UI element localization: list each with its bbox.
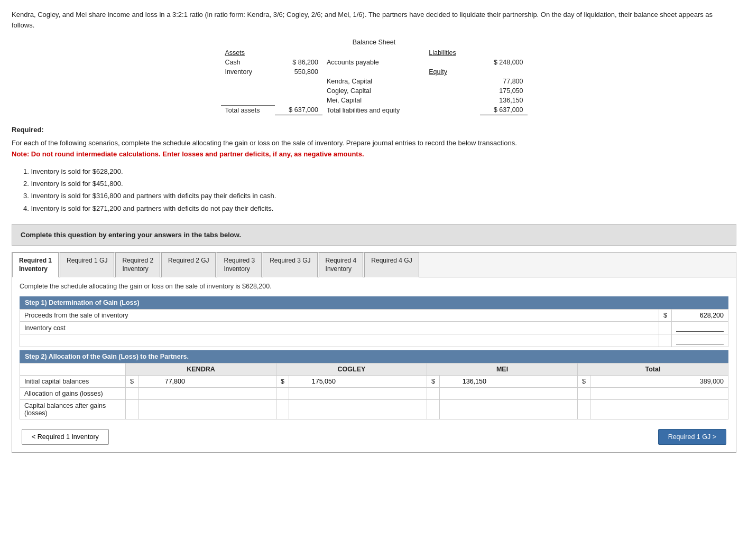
mei-dollar-sign: $ bbox=[427, 376, 440, 388]
mei-after-input[interactable] bbox=[444, 406, 486, 413]
equity-label: Equity bbox=[424, 67, 469, 77]
cogley-alloc-cell[interactable] bbox=[289, 388, 427, 400]
next-button[interactable]: Required 1 GJ > bbox=[658, 429, 726, 445]
scenario-3: 3. Inventory is sold for $316,800 and pa… bbox=[23, 190, 736, 202]
cogley-alloc-input[interactable] bbox=[293, 390, 336, 397]
total-liabilities-value: $ 637,000 bbox=[480, 105, 528, 116]
total-initial-value: 389,000 bbox=[700, 378, 724, 385]
cogley-capital-label: Cogley, Capital bbox=[322, 86, 424, 96]
proceeds-input[interactable] bbox=[676, 312, 724, 319]
assets-label: Assets bbox=[221, 48, 275, 58]
tab-req4-gj[interactable]: Required 4 GJ bbox=[364, 253, 419, 277]
mei-capital-value: 136,150 bbox=[480, 96, 528, 105]
total-after-cell[interactable] bbox=[590, 400, 728, 419]
mei-initial-input[interactable] bbox=[444, 378, 486, 385]
kendra-alloc-input[interactable] bbox=[143, 390, 185, 397]
total-col-header: Total bbox=[578, 363, 728, 376]
back-button[interactable]: < Required 1 Inventory bbox=[22, 429, 109, 445]
inventory-cost-dollar bbox=[659, 322, 672, 334]
intro-text: Kendra, Cogley, and Mei share income and… bbox=[12, 10, 736, 30]
liabilities-label: Liabilities bbox=[424, 48, 469, 58]
kendra-alloc-dollar bbox=[126, 388, 138, 400]
mei-after-dollar bbox=[427, 400, 440, 419]
kendra-after-cell[interactable] bbox=[138, 400, 276, 419]
step2-col-headers: KENDRA COGLEY MEI Total bbox=[20, 363, 728, 376]
mei-capital-label: Mei, Capital bbox=[322, 96, 424, 105]
mei-after-cell[interactable] bbox=[439, 400, 577, 419]
cogley-after-cell[interactable] bbox=[289, 400, 427, 419]
cogley-initial-cell[interactable] bbox=[289, 376, 427, 388]
gain-loss-cell[interactable] bbox=[672, 334, 728, 347]
table-row: Inventory cost bbox=[20, 322, 728, 334]
tab-req1-inventory[interactable]: Required 1Inventory bbox=[12, 253, 59, 277]
kendra-capital-label: Kendra, Capital bbox=[322, 77, 424, 86]
kendra-capital-value: 77,800 bbox=[480, 77, 528, 86]
total-alloc-input[interactable] bbox=[595, 390, 637, 397]
bs-title: Balance Sheet bbox=[221, 38, 528, 48]
cogley-after-input[interactable] bbox=[293, 406, 336, 413]
capital-after-label: Capital balances after gains (losses) bbox=[20, 400, 126, 419]
scenario-2: 2. Inventory is sold for $451,800. bbox=[23, 178, 736, 190]
inventory-cost-input[interactable] bbox=[676, 324, 724, 332]
kendra-initial-input[interactable] bbox=[143, 378, 185, 385]
tab-req1-gj[interactable]: Required 1 GJ bbox=[60, 253, 114, 277]
mei-initial-cell[interactable] bbox=[439, 376, 577, 388]
cogley-dollar-sign: $ bbox=[276, 376, 289, 388]
table-row: Capital balances after gains (losses) bbox=[20, 400, 728, 419]
instructions: For each of the following scenarios, com… bbox=[12, 138, 736, 160]
tab-req3-inventory[interactable]: Required 3Inventory bbox=[217, 253, 262, 277]
cogley-alloc-dollar bbox=[276, 388, 289, 400]
proceeds-dollar: $ bbox=[659, 310, 672, 322]
table-row: Initial capital balances $ $ $ $ bbox=[20, 376, 728, 388]
gain-loss-dollar bbox=[659, 334, 672, 347]
mei-col-header: MEI bbox=[427, 363, 578, 376]
inventory-value: 550,800 bbox=[275, 67, 322, 77]
tab-req3-gj[interactable]: Required 3 GJ bbox=[263, 253, 317, 277]
table-row: Allocation of gains (losses) bbox=[20, 388, 728, 400]
mei-alloc-dollar bbox=[427, 388, 440, 400]
step2-header: Step 2) Allocation of the Gain (Loss) to… bbox=[20, 350, 728, 363]
tab-req4-inventory[interactable]: Required 4Inventory bbox=[319, 253, 364, 277]
kendra-dollar-sign: $ bbox=[126, 376, 138, 388]
total-liabilities-label: Total liabilities and equity bbox=[322, 105, 424, 116]
step1-table: Proceeds from the sale of inventory $ In… bbox=[20, 309, 728, 347]
tabs-container: Required 1Inventory Required 1 GJ Requir… bbox=[12, 252, 736, 453]
cash-label: Cash bbox=[221, 58, 275, 67]
accounts-payable-value: $ 248,000 bbox=[480, 58, 528, 67]
inventory-cost-cell[interactable] bbox=[672, 322, 728, 334]
complete-box: Complete this question by entering your … bbox=[12, 224, 736, 246]
scenarios: 1. Inventory is sold for $628,200. 2. In… bbox=[23, 165, 736, 215]
balance-sheet-wrapper: Balance Sheet Assets Liabilities Cash $ … bbox=[12, 38, 736, 116]
tab-content: Complete the schedule allocating the gai… bbox=[12, 277, 736, 452]
tabs-row: Required 1Inventory Required 1 GJ Requir… bbox=[12, 253, 736, 277]
cogley-after-dollar bbox=[276, 400, 289, 419]
step2-table: KENDRA COGLEY MEI Total Initial capital … bbox=[20, 363, 728, 419]
inventory-label: Inventory bbox=[221, 67, 275, 77]
required-label: Required: bbox=[12, 126, 736, 134]
cash-value: $ 86,200 bbox=[275, 58, 322, 67]
note-red: Note: Do not round intermediate calculat… bbox=[12, 150, 364, 158]
cogley-capital-value: 175,050 bbox=[480, 86, 528, 96]
total-assets-label: Total assets bbox=[221, 105, 275, 116]
total-after-dollar bbox=[578, 400, 590, 419]
table-row bbox=[20, 334, 728, 347]
kendra-after-dollar bbox=[126, 400, 138, 419]
gain-loss-input[interactable] bbox=[676, 337, 724, 344]
tab-req2-inventory[interactable]: Required 2Inventory bbox=[115, 253, 160, 277]
initial-capital-label: Initial capital balances bbox=[20, 376, 126, 388]
mei-alloc-cell[interactable] bbox=[439, 388, 577, 400]
total-alloc-cell[interactable] bbox=[590, 388, 728, 400]
mei-alloc-input[interactable] bbox=[444, 390, 486, 397]
bottom-nav: < Required 1 Inventory Required 1 GJ > bbox=[20, 429, 728, 445]
proceeds-label: Proceeds from the sale of inventory bbox=[20, 310, 659, 322]
total-assets-value: $ 637,000 bbox=[275, 105, 322, 116]
kendra-initial-cell[interactable] bbox=[138, 376, 276, 388]
tab-req2-gj[interactable]: Required 2 GJ bbox=[161, 253, 216, 277]
kendra-after-input[interactable] bbox=[143, 406, 185, 413]
cogley-initial-input[interactable] bbox=[293, 378, 336, 385]
table-row: Proceeds from the sale of inventory $ bbox=[20, 310, 728, 322]
total-after-input[interactable] bbox=[595, 406, 637, 413]
cogley-col-header: COGLEY bbox=[276, 363, 427, 376]
proceeds-value-cell[interactable] bbox=[672, 310, 728, 322]
kendra-alloc-cell[interactable] bbox=[138, 388, 276, 400]
